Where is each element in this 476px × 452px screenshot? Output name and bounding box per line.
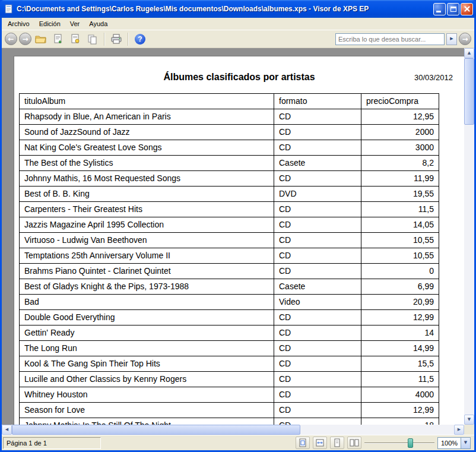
- zoom-combobox[interactable]: 100% ▼: [437, 437, 471, 449]
- table-row: The Long RunCD14,99: [20, 341, 439, 356]
- price-cell: 12,99: [361, 310, 439, 325]
- album-title-cell: Nat King Cole's Greatest Love Songs: [20, 140, 274, 156]
- album-table-body: Rhapsody in Blue, An American in ParisCD…: [20, 109, 439, 425]
- album-title-cell: Best of Gladys Knight & the Pips, 1973-1…: [20, 279, 274, 295]
- document-viewport: Álbumes clasificados por artistas 30/03/…: [2, 48, 464, 425]
- album-title-cell: Best of B. B. King: [20, 187, 274, 202]
- permissions-button[interactable]: [68, 31, 83, 46]
- vertical-scrollbar-thumb[interactable]: [464, 58, 474, 125]
- search-input[interactable]: [335, 33, 445, 45]
- price-cell: 12,99: [361, 403, 439, 418]
- back-button[interactable]: ←: [5, 33, 17, 45]
- scroll-left-button[interactable]: ◀: [2, 425, 12, 435]
- one-page-icon: [333, 438, 341, 447]
- minimize-button[interactable]: [433, 3, 446, 15]
- price-cell: 6,99: [361, 279, 439, 295]
- permissions-icon: [70, 34, 81, 45]
- forward-button[interactable]: →: [19, 33, 31, 45]
- format-cell: CD: [274, 233, 361, 248]
- two-pages-icon: [350, 438, 359, 447]
- scrollbar-corner: [464, 425, 474, 435]
- album-title-cell: The Long Run: [20, 341, 274, 356]
- album-title-cell: Sound of JazzSound of Jazz: [20, 125, 274, 140]
- zoom-dropdown-button[interactable]: ▼: [461, 438, 470, 448]
- toolbar-separator: [104, 33, 105, 46]
- table-row: Jazzis Magazine April 1995 CollectionCD1…: [20, 217, 439, 233]
- vertical-scrollbar-track[interactable]: [464, 125, 474, 415]
- table-row: Whitney HoustonCD4000: [20, 387, 439, 403]
- scroll-up-icon: ▲: [468, 51, 471, 55]
- horizontal-scrollbar-thumb[interactable]: [12, 425, 300, 435]
- save-copy-icon: [53, 34, 64, 45]
- close-button[interactable]: [461, 3, 473, 15]
- search-go-button[interactable]: ▶: [446, 33, 457, 45]
- zoom-slider-track[interactable]: [364, 442, 434, 444]
- price-cell: 18: [361, 418, 439, 425]
- menu-archivo[interactable]: Archivo: [3, 18, 34, 29]
- print-button[interactable]: [109, 31, 124, 46]
- table-row: Double Good EverythingCD12,99: [20, 310, 439, 325]
- fit-page-icon: [299, 438, 307, 447]
- header-precio-compra: precioCompra: [361, 94, 439, 109]
- format-cell: CD: [274, 310, 361, 325]
- forward-icon: →: [22, 36, 28, 43]
- format-cell: Video: [274, 295, 361, 310]
- help-button[interactable]: ?: [132, 31, 148, 46]
- album-title-cell: Season for Love: [20, 403, 274, 418]
- report-date: 30/03/2012: [414, 73, 453, 82]
- price-cell: 19,55: [361, 187, 439, 202]
- price-cell: 11,5: [361, 202, 439, 217]
- fit-page-button[interactable]: [296, 437, 310, 449]
- album-title-cell: The Best of the Sylistics: [20, 156, 274, 171]
- price-cell: 10,55: [361, 233, 439, 248]
- document-page: Álbumes clasificados por artistas 30/03/…: [14, 56, 464, 425]
- format-cell: CD: [274, 140, 361, 156]
- table-row: Brahms Piano Quintet - Clarinet QuintetC…: [20, 264, 439, 279]
- find-next-button[interactable]: →: [459, 33, 471, 45]
- album-title-cell: Gettin' Ready: [20, 325, 274, 341]
- album-title-cell: Virtuoso - Ludwig Van Beethoven: [20, 233, 274, 248]
- one-page-button[interactable]: [330, 437, 344, 449]
- price-cell: 0: [361, 264, 439, 279]
- table-row: Temptations 25th Anniversary Volume IICD…: [20, 248, 439, 264]
- two-pages-button[interactable]: [347, 437, 361, 449]
- format-cell: CD: [274, 171, 361, 187]
- open-button[interactable]: [33, 31, 49, 46]
- format-cell: CD: [274, 264, 361, 279]
- format-cell: CD: [274, 125, 361, 140]
- price-cell: 2000: [361, 125, 439, 140]
- menu-ayuda[interactable]: Ayuda: [84, 18, 112, 29]
- format-cell: CD: [274, 202, 361, 217]
- scroll-right-button[interactable]: ▶: [454, 425, 464, 435]
- format-cell: CD: [274, 418, 361, 425]
- horizontal-scrollbar[interactable]: ◀ ▶: [2, 425, 474, 435]
- vertical-scrollbar[interactable]: ▲ ▼: [464, 48, 474, 425]
- price-cell: 11,99: [361, 171, 439, 187]
- scroll-left-icon: ◀: [5, 428, 8, 432]
- zoom-slider[interactable]: [364, 437, 434, 449]
- album-title-cell: Carpenters - Their Greatest Hits: [20, 202, 274, 217]
- copy-icon: [87, 34, 98, 45]
- format-cell: Casete: [274, 279, 361, 295]
- price-cell: 14,05: [361, 217, 439, 233]
- table-row: Best of Gladys Knight & the Pips, 1973-1…: [20, 279, 439, 295]
- maximize-button[interactable]: [447, 3, 459, 15]
- zoom-value: 100%: [438, 440, 461, 447]
- xps-document-icon: [4, 4, 14, 14]
- menubar: Archivo Edición Ver Ayuda: [2, 18, 474, 30]
- save-copy-button[interactable]: [50, 31, 66, 46]
- search-go-icon: ▶: [450, 37, 453, 41]
- scroll-up-button[interactable]: ▲: [464, 48, 474, 58]
- copy-button[interactable]: [85, 31, 100, 46]
- price-cell: 14: [361, 325, 439, 341]
- horizontal-scrollbar-track[interactable]: [300, 425, 454, 435]
- menu-edicion[interactable]: Edición: [34, 18, 65, 29]
- fit-width-button[interactable]: [313, 437, 327, 449]
- table-row: Best of B. B. KingDVD19,55: [20, 187, 439, 202]
- zoom-slider-thumb[interactable]: [408, 438, 413, 448]
- table-row: Rhapsody in Blue, An American in ParisCD…: [20, 109, 439, 125]
- document-area: Álbumes clasificados por artistas 30/03/…: [2, 48, 474, 425]
- menu-ver[interactable]: Ver: [65, 18, 85, 29]
- scroll-down-icon: ▼: [468, 418, 471, 422]
- scroll-down-button[interactable]: ▼: [464, 415, 474, 425]
